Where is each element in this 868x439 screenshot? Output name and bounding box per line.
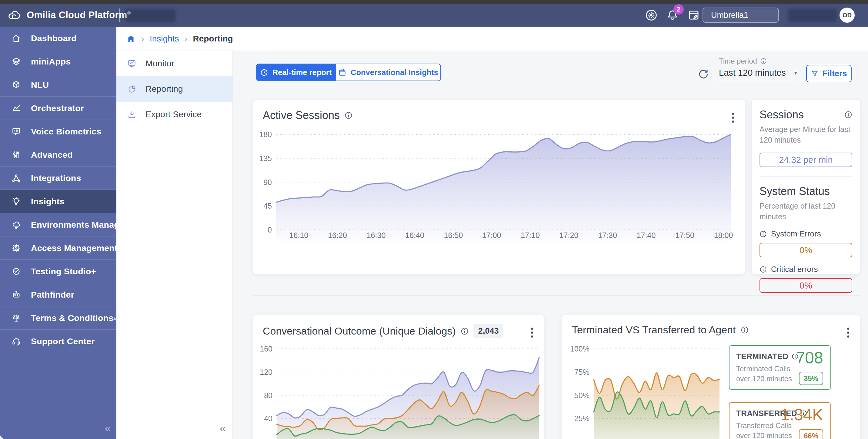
svg-text:40: 40 [264, 414, 273, 423]
sidebar-item-testing-studio[interactable]: Testing Studio+ [0, 260, 116, 283]
sessions-title: Sessions [760, 108, 804, 121]
topbar-divider [119, 8, 120, 22]
info-icon[interactable] [741, 326, 749, 334]
tab-conversational-insights[interactable]: Conversational Insights [336, 64, 441, 81]
time-period-select[interactable]: Time period Last 120 minutes ▾ [719, 57, 797, 81]
sidebar-item-orchestrator[interactable]: Orchestrator [0, 97, 116, 120]
home-icon [11, 34, 21, 43]
sidebar-item-label: Integrations [31, 173, 81, 183]
kebab-menu-icon[interactable] [529, 326, 535, 339]
critical-errors-label: Critical errors [771, 265, 818, 274]
notifications-count-badge: 2 [674, 4, 684, 14]
kebab-menu-icon[interactable] [845, 326, 851, 339]
sessions-system-status-card: Sessions Average per Minute for last 120… [752, 100, 860, 274]
breadcrumb-link-insights[interactable]: Insights [150, 34, 179, 44]
sidebar-item-access-management[interactable]: Access Management [0, 236, 116, 260]
sidebar-item-voice-biometrics[interactable]: Voice Biometrics [0, 120, 116, 143]
theme-sun-icon[interactable] [645, 9, 658, 22]
tenant-selector-button[interactable]: Umbrella1 [703, 7, 779, 23]
monitor-icon [127, 59, 136, 68]
subnav-bottom-divider [116, 417, 232, 417]
tab-real-time-report[interactable]: Real-time report [256, 64, 336, 81]
sidebar-item-insights[interactable]: Insights [0, 190, 116, 213]
sidebar-item-miniapps[interactable]: miniApps [0, 50, 116, 73]
sidebar-item-label: Access Management [31, 243, 117, 253]
terminated-vs-transferred-title-row: Terminated VS Transferred to Agent [562, 315, 860, 336]
conversational-outcome-title: Conversational Outcome (Unique Dialogs) [263, 325, 456, 337]
terminated-vs-transferred-card: Terminated VS Transferred to Agent 25%50… [562, 315, 860, 439]
brand-logo-group: Omilia Cloud Platform® [8, 4, 131, 27]
sidebar-item-terms-conditions[interactable]: Terms & Conditions ▴ [0, 306, 116, 330]
system-errors-label: System Errors [771, 229, 821, 239]
time-period-label: Time period [719, 57, 757, 65]
filters-button[interactable]: Filters [806, 65, 851, 82]
critical-errors-value-box: 0% [760, 278, 852, 293]
sidebar-item-label: Voice Biometrics [31, 127, 101, 137]
insights-bulb-icon [11, 197, 21, 206]
unique-dialogs-count-badge: 2,043 [473, 324, 504, 338]
sidebar-item-nlu[interactable]: NLU [0, 73, 116, 97]
svg-text:135: 135 [259, 154, 272, 163]
info-icon[interactable] [345, 111, 352, 119]
pie-chart-icon [127, 85, 136, 94]
sidebar-item-label: miniApps [31, 57, 71, 67]
subnav-collapse-button[interactable]: « [220, 422, 226, 435]
terminated-stat-desc: Terminated Calls over 120 minutes [736, 364, 801, 383]
time-period-value: Last 120 minutes [719, 68, 786, 78]
window-top-strip [0, 0, 868, 4]
info-icon[interactable] [844, 111, 852, 119]
omilia-cloud-logo-icon [8, 10, 22, 20]
svg-text:160: 160 [260, 344, 273, 353]
subnav-item-label: Reporting [146, 84, 183, 94]
conversational-outcome-title-row: Conversational Outcome (Unique Dialogs) … [253, 315, 544, 338]
sidebar-item-label: Orchestrator [31, 103, 84, 113]
user-avatar[interactable]: OD [839, 7, 855, 23]
active-sessions-chart: 0459013518016:1016:2016:3016:4016:5017:0… [257, 129, 742, 241]
brand-title: Omilia Cloud Platform® [27, 10, 131, 21]
subnav-item-export-service[interactable]: Export Service [116, 102, 232, 127]
svg-text:50%: 50% [574, 391, 589, 400]
sidebar-item-integrations[interactable]: Integrations [0, 167, 116, 190]
info-icon[interactable] [760, 230, 767, 238]
sliders-icon [11, 150, 21, 160]
sidebar-item-environments-manager[interactable]: Environments Manager [0, 213, 116, 236]
sessions-subtitle: Average per Minute for last 120 minutes [760, 124, 852, 145]
top-navigation-bar: Omilia Cloud Platform® 2 Umbrella1 [0, 4, 868, 27]
clock-icon [260, 68, 268, 77]
sidebar-item-dashboard[interactable]: Dashboard [0, 27, 116, 50]
sidebar-item-label: Environments Manager [31, 220, 128, 230]
chevron-up-icon[interactable]: ▴ [113, 315, 116, 321]
subnav-item-reporting[interactable]: Reporting [116, 76, 232, 102]
info-icon[interactable] [760, 58, 767, 65]
tab-label: Conversational Insights [351, 68, 438, 77]
release-notes-icon[interactable] [687, 9, 700, 22]
refresh-icon[interactable] [698, 68, 710, 80]
support-headset-icon [11, 337, 21, 346]
terminated-stat-card: TERMINATED Terminated Calls over 120 min… [729, 345, 831, 390]
active-sessions-card: Active Sessions 0459013518016:1016:2016:… [253, 100, 745, 274]
breadcrumb-home-icon[interactable] [126, 34, 136, 44]
svg-text:25%: 25% [574, 414, 589, 423]
primary-sidebar: Dashboard miniApps NLU Orchestrator Voic… [0, 27, 116, 439]
sidebar-collapse-button[interactable]: « [105, 422, 111, 435]
svg-text:0: 0 [268, 226, 272, 234]
access-gear-icon [11, 243, 21, 253]
redacted-region [788, 9, 837, 22]
breadcrumb-separator: › [141, 34, 144, 44]
critical-errors-row: Critical errors [760, 265, 852, 274]
svg-text:180: 180 [259, 130, 272, 139]
sidebar-item-advanced[interactable]: Advanced [0, 143, 116, 167]
svg-text:45: 45 [264, 202, 272, 210]
info-icon[interactable] [461, 327, 469, 335]
kebab-menu-icon[interactable] [730, 111, 736, 125]
sidebar-item-support-center[interactable]: Support Center [0, 330, 116, 353]
sidebar-item-pathfinder[interactable]: Pathfinder [0, 283, 116, 306]
terminated-stat-percent-badge: 35% [799, 372, 823, 385]
info-icon[interactable] [760, 266, 767, 273]
terminated-vs-transferred-chart: 25%50%75%100% [566, 343, 724, 439]
subnav-item-monitor[interactable]: Monitor [116, 51, 232, 76]
integrations-icon [11, 173, 21, 183]
environments-cloud-icon [11, 220, 21, 230]
transferred-stat-value: 1.34K [780, 405, 823, 424]
time-period-value-row[interactable]: Last 120 minutes ▾ [719, 68, 797, 81]
